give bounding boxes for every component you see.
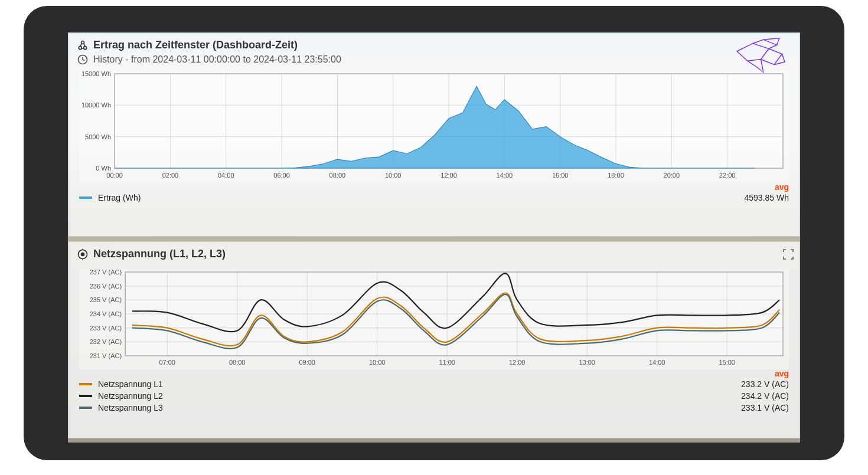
svg-text:10:00: 10:00	[385, 172, 402, 179]
avg-value: 234.2 V (AC)	[741, 391, 789, 401]
legend-swatch-icon	[79, 395, 92, 397]
avg-header: avg	[68, 182, 800, 192]
legend-label: Netzspannung L1	[98, 379, 163, 389]
svg-text:20:00: 20:00	[664, 172, 680, 179]
svg-text:14:00: 14:00	[649, 359, 665, 366]
legend-swatch-icon	[79, 407, 92, 409]
panel-title: Ertrag nach Zeitfenster (Dashboard-Zeit)	[93, 39, 298, 51]
expand-icon[interactable]	[783, 249, 794, 260]
svg-text:10:00: 10:00	[369, 359, 386, 366]
svg-text:235 V (AC): 235 V (AC)	[90, 296, 122, 303]
svg-text:232 V (AC): 232 V (AC)	[90, 338, 122, 345]
svg-text:16:00: 16:00	[552, 172, 569, 179]
panel-netzspannung: Netzspannung (L1, L2, L3) 231 V (AC)232 …	[68, 241, 800, 438]
avg-value: 4593.85 Wh	[745, 193, 789, 202]
svg-text:236 V (AC): 236 V (AC)	[90, 283, 122, 290]
chart-ertrag[interactable]: 0 Wh5000 Wh10000 Wh15000 Wh00:0002:0004:…	[79, 70, 789, 182]
svg-text:5000 Wh: 5000 Wh	[85, 133, 111, 140]
legend-item[interactable]: Netzspannung L3	[79, 403, 163, 412]
svg-text:18:00: 18:00	[608, 172, 624, 179]
legend-label: Netzspannung L3	[98, 403, 163, 412]
svg-text:04:00: 04:00	[218, 172, 234, 179]
svg-point-1	[84, 46, 87, 49]
legend-swatch-icon	[79, 383, 92, 385]
legend-label: Ertrag (Wh)	[98, 193, 141, 202]
svg-text:02:00: 02:00	[162, 172, 179, 179]
svg-text:15000 Wh: 15000 Wh	[81, 70, 111, 77]
svg-text:12:00: 12:00	[509, 359, 526, 366]
svg-text:0 Wh: 0 Wh	[96, 165, 111, 172]
chart-netzspannung[interactable]: 231 V (AC)232 V (AC)233 V (AC)234 V (AC)…	[79, 268, 789, 369]
svg-text:00:00: 00:00	[106, 172, 123, 179]
svg-text:08:00: 08:00	[229, 359, 246, 366]
legend-item[interactable]: Netzspannung L2	[79, 391, 163, 401]
svg-text:13:00: 13:00	[579, 359, 595, 366]
svg-text:22:00: 22:00	[719, 172, 736, 179]
svg-text:09:00: 09:00	[299, 359, 315, 366]
svg-text:10000 Wh: 10000 Wh	[81, 101, 111, 109]
device-frame: Ertrag nach Zeitfenster (Dashboard-Zeit)…	[24, 6, 844, 460]
legend-swatch-icon	[79, 196, 92, 199]
avg-value: 233.1 V (AC)	[741, 403, 789, 412]
svg-text:08:00: 08:00	[329, 172, 346, 179]
svg-text:231 V (AC): 231 V (AC)	[90, 352, 122, 359]
svg-point-0	[79, 46, 81, 49]
svg-text:12:00: 12:00	[440, 172, 457, 179]
legend-item[interactable]: Netzspannung L1	[79, 379, 163, 389]
clock-icon	[77, 54, 89, 65]
avg-header: avg	[68, 369, 800, 378]
svg-point-38	[81, 252, 85, 256]
panel-ertrag: Ertrag nach Zeitfenster (Dashboard-Zeit)…	[68, 32, 800, 237]
legend-label: Netzspannung L2	[98, 391, 163, 401]
svg-text:11:00: 11:00	[439, 359, 455, 366]
panel-title: Netzspannung (L1, L2, L3)	[93, 248, 226, 260]
svg-text:15:00: 15:00	[719, 359, 735, 366]
target-icon	[77, 248, 89, 260]
svg-text:234 V (AC): 234 V (AC)	[90, 310, 122, 317]
svg-text:237 V (AC): 237 V (AC)	[90, 268, 122, 276]
svg-text:233 V (AC): 233 V (AC)	[90, 325, 122, 332]
svg-text:14:00: 14:00	[497, 172, 513, 179]
legend-item[interactable]: Ertrag (Wh)	[79, 193, 141, 202]
avg-value: 233.2 V (AC)	[741, 379, 789, 389]
webhook-icon	[77, 40, 89, 51]
panel-subtitle: History - from 2024-03-11 00:00:00 to 20…	[93, 54, 341, 65]
svg-text:07:00: 07:00	[159, 359, 175, 366]
svg-text:06:00: 06:00	[273, 172, 290, 179]
